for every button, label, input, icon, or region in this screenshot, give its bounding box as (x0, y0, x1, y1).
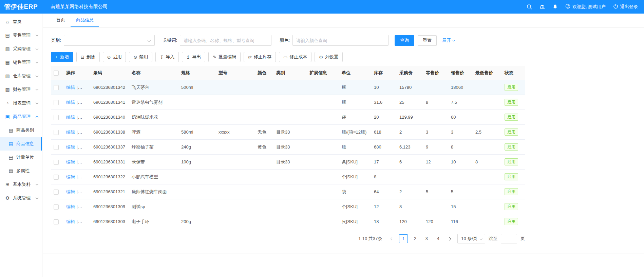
row-checkbox[interactable] (54, 190, 59, 195)
keyword-input[interactable] (180, 35, 271, 46)
welcome-user[interactable]: 欢迎您, 测试用户 (565, 4, 606, 10)
cell-barcode: 6901236301309 (91, 199, 129, 214)
sidebar-item-product-category[interactable]: ▤商品类别 (0, 123, 42, 137)
status-badge: 启用 (505, 99, 518, 106)
sidebar-item-warehouse[interactable]: ▧仓库管理 (0, 69, 42, 83)
cell-ext-info (307, 125, 339, 140)
cell-purchase-price: 6.123 (397, 140, 423, 155)
fix-cost-button[interactable]: ▭修正成本 (279, 52, 311, 62)
sidebar-item-label: 多属性 (16, 168, 30, 174)
page-size-select[interactable]: 10 条/页 (457, 234, 485, 243)
sidebar-item-measure-unit[interactable]: ▤计量单位 (0, 151, 42, 164)
sidebar-item-product[interactable]: ▣商品管理 (0, 110, 42, 123)
page-number-2[interactable]: 2 (411, 234, 419, 243)
search-button[interactable]: 查询 (395, 35, 414, 46)
page-number-1[interactable]: 1 (399, 234, 408, 243)
sidebar-item-basics[interactable]: ⊞基本资料 (0, 178, 42, 191)
sidebar-item-sales[interactable]: ▦销售管理 (0, 56, 42, 69)
cell-ext-info (307, 170, 339, 184)
batch-edit-button[interactable]: ✎批量编辑 (208, 52, 241, 62)
search-icon[interactable] (527, 4, 532, 9)
color-input[interactable] (292, 35, 389, 46)
tab-product-info[interactable]: 商品信息 (71, 14, 99, 27)
status-badge: 启用 (505, 84, 518, 91)
row-checkbox[interactable] (54, 145, 59, 150)
import-button[interactable]: ↧导入 (155, 52, 179, 62)
table-row: 编辑|删除6901236301303电子手环200g只[SKU]18120120… (51, 214, 525, 229)
cell-barcode: 6901236301337 (91, 140, 129, 155)
column-header: 最低售价 (473, 66, 502, 80)
cell-name: 小鹏汽车模型 (129, 170, 178, 184)
enable-button[interactable]: ⊙启用 (103, 52, 126, 62)
home-icon: ⌂ (5, 19, 10, 24)
content-bottom-divider (43, 254, 644, 254)
cell-color: 黄色 (255, 140, 273, 155)
table-row: 编辑|删除6901236301342飞天茅台500ml瓶101578018060… (51, 80, 525, 95)
sidebar-item-finance[interactable]: ▨财务管理 (0, 83, 42, 96)
page-size-value: 10 条/页 (461, 236, 477, 242)
disable-button[interactable]: ⊘禁用 (129, 52, 152, 62)
sidebar-item-purchase[interactable]: ▥采购管理 (0, 42, 42, 56)
sidebar-item-retail[interactable]: ▤零售管理 (0, 28, 42, 42)
edit-link[interactable]: 编辑 (66, 219, 75, 224)
basics-icon: ⊞ (5, 182, 10, 187)
edit-link[interactable]: 编辑 (66, 174, 75, 179)
cell-spec: 240g (178, 140, 216, 155)
bell-icon[interactable] (552, 4, 558, 9)
add-button[interactable]: +新增 (51, 52, 73, 62)
sidebar-item-multi-attribute[interactable]: ▤多属性 (0, 164, 42, 178)
cell-barcode: 6901236301322 (91, 170, 129, 184)
delete-button[interactable]: ⊟删除 (76, 52, 100, 62)
row-checkbox[interactable] (54, 160, 59, 165)
expand-link[interactable]: 展开 (442, 37, 455, 43)
cell-model (216, 214, 255, 229)
row-checkbox[interactable] (54, 100, 59, 105)
sidebar-item-report[interactable]: ◔报表查询 (0, 96, 42, 110)
next-page-button[interactable] (446, 234, 454, 243)
doc-icon: ▤ (8, 127, 14, 133)
edit-link[interactable]: 编辑 (66, 144, 75, 150)
prev-page-button[interactable] (387, 234, 396, 243)
column-settings-button[interactable]: ⚙列设置 (315, 52, 343, 62)
select-all-header (51, 66, 63, 80)
cell-barcode: 6901236301321 (91, 184, 129, 199)
tab-home[interactable]: 首页 (51, 14, 71, 27)
edit-link[interactable]: 编辑 (66, 204, 75, 209)
reset-button[interactable]: 重置 (418, 35, 437, 46)
adjust-icon: ⇄ (248, 55, 252, 60)
bank-icon[interactable] (539, 4, 545, 9)
row-checkbox[interactable] (54, 204, 59, 210)
category-select[interactable] (64, 35, 155, 46)
column-header: 库存 (371, 66, 397, 80)
column-header: 扩展信息 (307, 66, 339, 80)
fix-stock-button[interactable]: ⇄修正库存 (244, 52, 276, 62)
edit-link[interactable]: 编辑 (66, 159, 75, 164)
chevron-up-icon (36, 116, 38, 118)
cell-sale-price: 3 (448, 125, 473, 140)
column-header: 状态 (502, 66, 525, 80)
row-checkbox[interactable] (54, 219, 59, 224)
row-checkbox[interactable] (54, 85, 59, 90)
page-number-3[interactable]: 3 (422, 234, 431, 243)
jump-page-input[interactable] (501, 234, 517, 243)
doc-icon: ▤ (8, 141, 14, 146)
edit-link[interactable]: 编辑 (66, 130, 75, 135)
sidebar-item-home[interactable]: ⌂首页 (0, 15, 42, 28)
row-checkbox[interactable] (54, 115, 59, 120)
edit-link[interactable]: 编辑 (66, 189, 75, 194)
cell-barcode: 6901236301303 (91, 214, 129, 229)
cell-model (216, 184, 255, 199)
page-number-4[interactable]: 4 (434, 234, 442, 243)
edit-link[interactable]: 编辑 (66, 100, 75, 105)
sidebar-item-product-info[interactable]: ▤商品信息 (0, 137, 42, 151)
logout-button[interactable]: 退出登录 (613, 4, 638, 10)
sidebar-item-system[interactable]: ⚙系统管理 (0, 191, 42, 205)
export-button[interactable]: ↥导出 (182, 52, 205, 62)
select-all-checkbox[interactable] (54, 71, 59, 76)
edit-link[interactable]: 编辑 (66, 85, 75, 90)
row-checkbox[interactable] (54, 175, 59, 180)
edit-link[interactable]: 编辑 (66, 115, 75, 120)
status-badge: 启用 (505, 128, 518, 136)
import-icon: ↧ (160, 55, 164, 60)
row-checkbox[interactable] (54, 130, 59, 135)
